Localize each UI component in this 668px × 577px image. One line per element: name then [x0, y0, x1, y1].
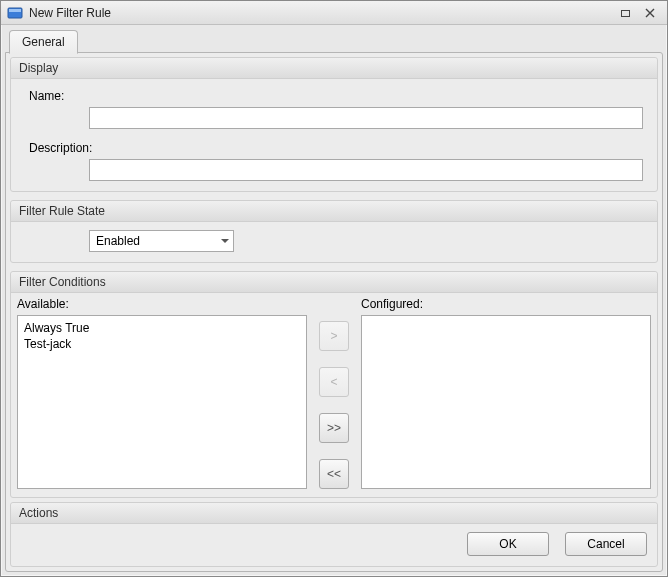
- configured-label: Configured:: [361, 297, 651, 311]
- tab-panel: Display Name: Description:: [5, 52, 663, 572]
- move-all-left-button[interactable]: <<: [319, 459, 349, 489]
- group-display-heading: Display: [11, 58, 657, 79]
- available-listbox[interactable]: Always TrueTest-jack: [17, 315, 307, 489]
- state-select[interactable]: Enabled: [89, 230, 234, 252]
- restore-button[interactable]: [615, 4, 637, 22]
- group-conditions-heading: Filter Conditions: [11, 272, 657, 293]
- move-right-button[interactable]: >: [319, 321, 349, 351]
- titlebar: New Filter Rule: [1, 1, 667, 25]
- list-item[interactable]: Test-jack: [24, 336, 300, 352]
- svg-rect-2: [622, 10, 630, 16]
- tab-general[interactable]: General: [9, 30, 78, 54]
- dialog-window: New Filter Rule General Display Name:: [0, 0, 668, 577]
- configured-listbox[interactable]: [361, 315, 651, 489]
- state-select-value: Enabled: [96, 233, 140, 249]
- group-state-heading: Filter Rule State: [11, 201, 657, 222]
- tabstrip: General: [5, 29, 663, 53]
- list-item[interactable]: Always True: [24, 320, 300, 336]
- cancel-button[interactable]: Cancel: [565, 532, 647, 556]
- move-left-button[interactable]: <: [319, 367, 349, 397]
- description-label: Description:: [19, 139, 89, 155]
- chevron-down-icon: [221, 239, 229, 243]
- svg-rect-1: [9, 9, 21, 12]
- description-input[interactable]: [89, 159, 643, 181]
- available-label: Available:: [17, 297, 307, 311]
- client-area: General Display Name: Description:: [1, 25, 667, 576]
- group-display: Display Name: Description:: [10, 57, 658, 192]
- group-actions-heading: Actions: [11, 503, 657, 524]
- transfer-buttons: > < >> <<: [315, 315, 353, 489]
- close-button[interactable]: [639, 4, 661, 22]
- group-state: Filter Rule State Enabled: [10, 200, 658, 263]
- group-conditions: Filter Conditions Available: Configured:…: [10, 271, 658, 498]
- app-icon: [7, 5, 23, 21]
- group-actions: Actions OK Cancel: [10, 502, 658, 567]
- name-input[interactable]: [89, 107, 643, 129]
- window-title: New Filter Rule: [29, 6, 111, 20]
- ok-button[interactable]: OK: [467, 532, 549, 556]
- move-all-right-button[interactable]: >>: [319, 413, 349, 443]
- name-label: Name:: [19, 87, 89, 103]
